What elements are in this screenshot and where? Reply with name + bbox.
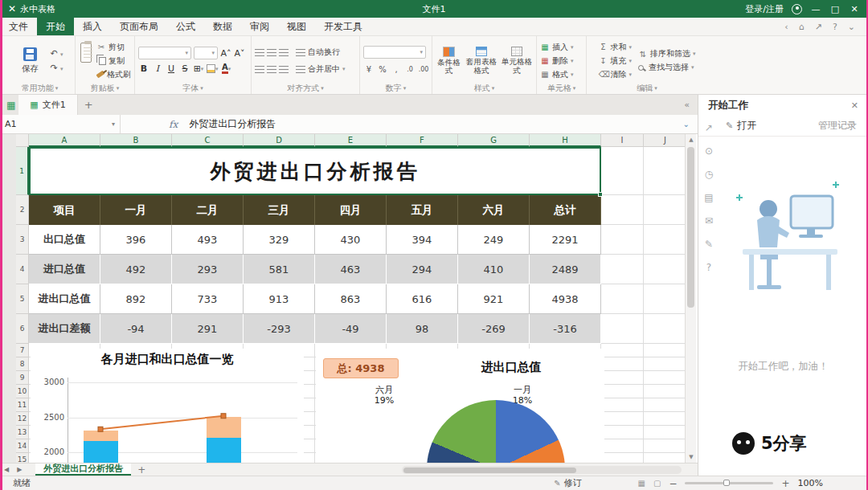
edit-icon[interactable]: ✎ <box>705 239 713 250</box>
borders-button[interactable]: ⊞▾ <box>193 63 204 75</box>
scroll-up-icon[interactable]: ▲ <box>686 137 697 143</box>
document-icon[interactable]: ▤ <box>704 192 713 203</box>
undo-icon[interactable]: ↶ ▾ <box>50 48 63 59</box>
cut-button[interactable]: ✂剪切 <box>96 41 131 53</box>
value-cell[interactable]: 616 <box>387 284 458 314</box>
delete-cells-button[interactable]: ▦删除▾ <box>540 55 583 67</box>
view-page-icon[interactable]: ▢ <box>653 479 661 488</box>
menu-tab-数据[interactable]: 数据 <box>204 18 241 35</box>
share-icon[interactable]: ↗ <box>705 122 713 133</box>
format-painter-button[interactable]: 格式刷 <box>96 68 131 80</box>
column-header-H[interactable]: H <box>530 134 601 147</box>
value-cell[interactable]: 863 <box>315 284 387 314</box>
task-pane-close-icon[interactable]: ✕ <box>851 100 858 111</box>
help-icon[interactable]: ? <box>706 262 711 273</box>
bar-segment-lower[interactable] <box>207 438 241 463</box>
zoom-in-button[interactable]: + <box>781 478 789 489</box>
manage-records-link[interactable]: 管理记录 <box>818 119 857 133</box>
scroll-down-icon[interactable]: ▼ <box>686 454 697 460</box>
menu-tab-审阅[interactable]: 审阅 <box>241 18 278 35</box>
row-header-9[interactable]: 9 <box>16 371 29 385</box>
grid[interactable]: 外贸进出口分析报告 项目一月二月三月四月五月六月总计出口总值3964933294… <box>29 147 685 463</box>
bar-segment-upper[interactable] <box>84 431 118 441</box>
menu-tab-开始[interactable]: 开始 <box>37 18 74 35</box>
table-format-button[interactable]: 套用表格格式 <box>465 39 497 82</box>
table-header-cell[interactable]: 项目 <box>29 195 100 225</box>
row-header-12[interactable]: 12 <box>16 412 29 426</box>
font-name-select[interactable]: ▾ <box>138 47 191 59</box>
row-label-cell[interactable]: 进出口差额 <box>29 314 100 344</box>
column-header-I[interactable]: I <box>601 134 644 147</box>
table-header-cell[interactable]: 五月 <box>387 195 458 225</box>
table-header-cell[interactable]: 一月 <box>100 195 172 225</box>
value-cell[interactable]: 493 <box>172 225 244 255</box>
decrease-font-icon[interactable]: A˅ <box>234 47 245 59</box>
value-cell[interactable]: 394 <box>387 225 458 255</box>
column-header-E[interactable]: E <box>315 134 387 147</box>
horizontal-scrollbar[interactable] <box>402 466 682 474</box>
find-select-button[interactable]: 查找与选择▾ <box>638 62 696 74</box>
value-cell[interactable]: -316 <box>530 314 601 344</box>
sheet-nav-next-icon[interactable]: ▶ <box>13 466 26 473</box>
row-header-1[interactable]: 1 <box>16 147 29 195</box>
report-title-cell[interactable]: 外贸进出口分析报告 <box>29 147 601 195</box>
align-bottom-icon[interactable] <box>279 49 289 56</box>
align-center-icon[interactable] <box>267 66 276 73</box>
open-button[interactable]: ✎打开 <box>726 119 756 133</box>
value-cell[interactable]: 293 <box>172 255 244 284</box>
value-cell[interactable]: 2489 <box>530 255 601 284</box>
namebox-dropdown-icon[interactable]: ▾ <box>112 120 115 128</box>
column-header-A[interactable]: A <box>29 134 100 147</box>
copy-button[interactable]: 复制 <box>96 55 131 67</box>
add-sheet-button[interactable]: + <box>137 464 145 476</box>
row-header-7[interactable]: 7 <box>16 344 29 357</box>
pane-toggle-icon[interactable]: « <box>684 100 690 110</box>
value-cell[interactable]: 329 <box>244 225 315 255</box>
increase-font-icon[interactable]: A˄ <box>220 47 231 59</box>
revision-button[interactable]: ✎修订 <box>554 477 581 489</box>
share-icon[interactable]: ↗ <box>815 22 822 32</box>
row-header-4[interactable]: 4 <box>16 255 29 284</box>
menu-tab-开发工具[interactable]: 开发工具 <box>315 18 371 35</box>
table-header-cell[interactable]: 四月 <box>315 195 387 225</box>
value-cell[interactable]: 581 <box>244 255 315 284</box>
new-document-tab-button[interactable]: + <box>84 99 93 111</box>
row-header-8[interactable]: 8 <box>16 357 29 371</box>
column-header-F[interactable]: F <box>387 134 458 147</box>
row-header-3[interactable]: 3 <box>16 225 29 255</box>
value-cell[interactable]: 463 <box>315 255 387 284</box>
login-button[interactable]: 登录/注册 <box>745 3 784 15</box>
bar-segment-lower[interactable] <box>84 441 118 463</box>
row-header-15[interactable]: 15 <box>16 453 29 463</box>
table-header-cell[interactable]: 总计 <box>530 195 601 225</box>
value-cell[interactable]: 921 <box>458 284 530 314</box>
value-cell[interactable]: -49 <box>315 314 387 344</box>
table-header-cell[interactable]: 二月 <box>172 195 244 225</box>
vertical-scroll-thumb[interactable] <box>687 147 694 308</box>
save-button[interactable]: 保存 <box>16 39 43 82</box>
paste-icon[interactable] <box>80 43 92 63</box>
strikethrough-button[interactable]: S <box>179 63 190 75</box>
account-avatar-icon[interactable] <box>792 4 802 14</box>
fill-color-button[interactable]: ▾ <box>207 63 219 75</box>
help-icon[interactable]: ? <box>833 22 837 32</box>
clear-button[interactable]: ⌫清除▾ <box>598 68 632 80</box>
table-header-cell[interactable]: 六月 <box>458 195 530 225</box>
fill-handle[interactable] <box>598 192 603 197</box>
currency-button[interactable]: ¥ <box>363 63 375 76</box>
value-cell[interactable]: 430 <box>315 225 387 255</box>
column-header-B[interactable]: B <box>100 134 172 147</box>
row-header-10[interactable]: 10 <box>16 385 29 398</box>
sort-filter-button[interactable]: ⇅排序和筛选▾ <box>638 48 696 60</box>
wrap-text-button[interactable]: 自动换行 <box>296 47 340 59</box>
value-cell[interactable]: 913 <box>244 284 315 314</box>
zoom-slider[interactable] <box>685 482 773 484</box>
value-cell[interactable]: 2291 <box>530 225 601 255</box>
formula-input[interactable]: 外贸进出口分析报告 <box>189 117 276 131</box>
redo-icon[interactable]: ↷ ▾ <box>50 63 63 73</box>
row-label-cell[interactable]: 出口总值 <box>29 225 100 255</box>
number-format-select[interactable]: ▾ <box>363 46 426 59</box>
value-cell[interactable]: 249 <box>458 225 530 255</box>
align-middle-icon[interactable] <box>267 49 276 56</box>
fx-icon[interactable]: fx <box>169 119 178 130</box>
